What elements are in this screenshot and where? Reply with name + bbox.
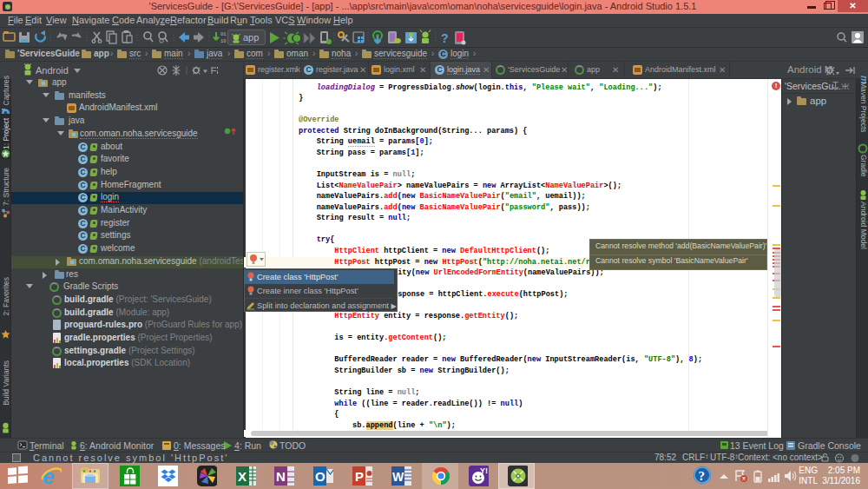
svg-text:X: X: [238, 469, 247, 484]
svg-text:Android: Android: [36, 65, 69, 76]
svg-text:W: W: [392, 470, 404, 484]
svg-text:?: ?: [699, 469, 706, 483]
svg-text:Y!: Y!: [480, 466, 488, 475]
svg-text:10: 10: [220, 38, 227, 44]
svg-text:01: 01: [220, 31, 227, 37]
svg-text:O: O: [315, 469, 326, 484]
svg-text:?: ?: [441, 31, 449, 45]
svg-text:N: N: [276, 469, 286, 484]
svg-text:P: P: [355, 469, 364, 484]
